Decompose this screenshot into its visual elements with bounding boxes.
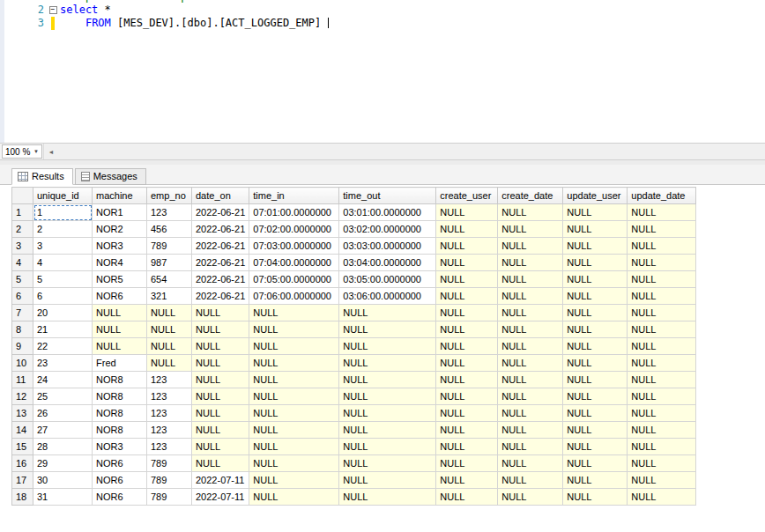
fold-collapse-icon[interactable]: − [49,6,57,14]
cell-time_in[interactable]: 07:04:00.0000000 [249,255,339,271]
cell-date_on[interactable]: NULL [192,321,249,338]
cell-time_in[interactable]: 07:01:00.0000000 [249,204,339,221]
cell-unique_id[interactable]: 21 [33,321,93,338]
cell-machine[interactable]: NOR6 [93,472,147,489]
cell-create_date[interactable]: NULL [498,422,563,439]
cell-date_on[interactable]: 2022-06-21 [192,221,249,238]
column-header-update_user[interactable]: update_user [563,188,628,204]
row-header[interactable]: 13 [12,405,33,422]
cell-time_out[interactable]: NULL [339,372,436,388]
cell-unique_id[interactable]: 28 [33,439,93,455]
cell-time_in[interactable]: NULL [249,305,339,321]
cell-update_user[interactable]: NULL [563,238,628,255]
cell-time_out[interactable]: NULL [339,489,436,506]
cell-unique_id[interactable]: 31 [33,489,93,506]
cell-update_user[interactable]: NULL [563,455,628,472]
cell-update_date[interactable]: NULL [628,338,696,355]
tab-results[interactable]: Results [11,168,73,185]
cell-time_in[interactable]: NULL [249,489,339,506]
cell-create_date[interactable]: NULL [498,405,563,422]
cell-machine[interactable]: NOR5 [93,271,147,288]
cell-create_date[interactable]: NULL [498,372,563,388]
cell-time_in[interactable]: 07:02:00.0000000 [249,221,339,238]
cell-date_on[interactable]: 2022-06-21 [192,271,249,288]
cell-time_out[interactable]: NULL [339,439,436,455]
row-header[interactable]: 5 [12,271,33,288]
cell-emp_no[interactable]: 123 [147,388,192,405]
cell-create_date[interactable]: NULL [498,221,563,238]
cell-create_user[interactable]: NULL [436,221,498,238]
cell-create_user[interactable]: NULL [436,388,498,405]
cell-unique_id[interactable]: 5 [33,271,93,288]
cell-update_user[interactable]: NULL [563,372,628,388]
cell-date_on[interactable]: 2022-07-11 [192,472,249,489]
row-header[interactable]: 4 [12,255,33,271]
cell-emp_no[interactable]: 123 [147,439,192,455]
cell-update_date[interactable]: NULL [628,204,696,221]
cell-emp_no[interactable]: 123 [147,422,192,439]
cell-emp_no[interactable]: 789 [147,472,192,489]
cell-create_date[interactable]: NULL [498,472,563,489]
cell-emp_no[interactable]: NULL [147,321,192,338]
cell-time_in[interactable]: NULL [249,455,339,472]
cell-create_user[interactable]: NULL [436,204,498,221]
cell-update_user[interactable]: NULL [563,321,628,338]
cell-date_on[interactable]: 2022-06-21 [192,288,249,305]
cell-create_user[interactable]: NULL [436,238,498,255]
cell-create_date[interactable]: NULL [498,288,563,305]
cell-create_date[interactable]: NULL [498,439,563,455]
column-header-time_in[interactable]: time_in [249,188,339,204]
cell-emp_no[interactable]: NULL [147,355,192,372]
sql-editor[interactable]: Script for SelectTopNRows command from S… [0,0,765,143]
cell-time_out[interactable]: 03:04:00.0000000 [339,255,436,271]
cell-update_user[interactable]: NULL [563,338,628,355]
cell-time_out[interactable]: NULL [339,388,436,405]
cell-update_date[interactable]: NULL [628,355,696,372]
cell-machine[interactable]: NOR6 [93,455,147,472]
cell-machine[interactable]: NOR3 [93,439,147,455]
cell-date_on[interactable]: 2022-07-11 [192,489,249,506]
cell-update_date[interactable]: NULL [628,321,696,338]
cell-create_date[interactable]: NULL [498,305,563,321]
cell-date_on[interactable]: NULL [192,422,249,439]
cell-time_out[interactable]: NULL [339,305,436,321]
cell-update_user[interactable]: NULL [563,271,628,288]
cell-update_user[interactable]: NULL [563,288,628,305]
cell-machine[interactable]: NOR8 [93,422,147,439]
cell-time_out[interactable]: 03:02:00.0000000 [339,221,436,238]
cell-time_out[interactable]: 03:05:00.0000000 [339,271,436,288]
cell-machine[interactable]: NOR8 [93,388,147,405]
cell-emp_no[interactable]: 123 [147,405,192,422]
cell-machine[interactable]: NOR3 [93,238,147,255]
cell-machine[interactable]: NOR8 [93,372,147,388]
cell-emp_no[interactable]: NULL [147,305,192,321]
cell-create_user[interactable]: NULL [436,489,498,506]
cell-create_date[interactable]: NULL [498,271,563,288]
cell-time_in[interactable]: NULL [249,422,339,439]
cell-update_date[interactable]: NULL [628,455,696,472]
cell-update_date[interactable]: NULL [628,439,696,455]
cell-machine[interactable]: NOR6 [93,288,147,305]
cell-emp_no[interactable]: 123 [147,372,192,388]
column-header-create_date[interactable]: create_date [498,188,563,204]
cell-emp_no[interactable]: 789 [147,455,192,472]
cell-create_user[interactable]: NULL [436,321,498,338]
cell-time_in[interactable]: 07:06:00.0000000 [249,288,339,305]
cell-date_on[interactable]: 2022-06-21 [192,204,249,221]
cell-time_out[interactable]: NULL [339,472,436,489]
row-header[interactable]: 10 [12,355,33,372]
zoom-control[interactable]: 100 % ▼ [2,144,42,159]
column-header-time_out[interactable]: time_out [339,188,436,204]
cell-unique_id[interactable]: 23 [33,355,93,372]
cell-unique_id[interactable]: 3 [33,238,93,255]
cell-time_in[interactable]: NULL [249,405,339,422]
cell-time_out[interactable]: 03:03:00.0000000 [339,238,436,255]
cell-time_in[interactable]: NULL [249,372,339,388]
column-header-create_user[interactable]: create_user [436,188,498,204]
cell-create_user[interactable]: NULL [436,338,498,355]
cell-date_on[interactable]: NULL [192,372,249,388]
cell-create_date[interactable]: NULL [498,355,563,372]
scrollbar-track[interactable] [58,144,765,159]
cell-update_date[interactable]: NULL [628,422,696,439]
cell-create_user[interactable]: NULL [436,355,498,372]
